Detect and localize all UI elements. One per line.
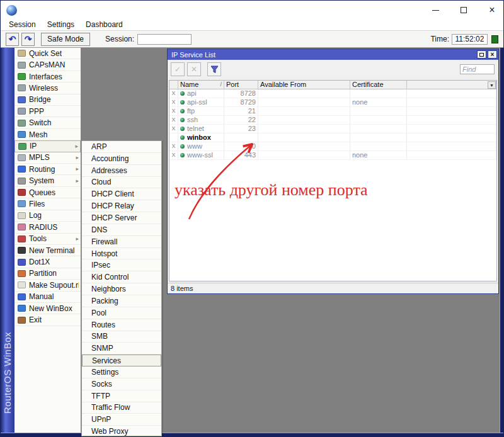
sidebar-item-icon — [18, 259, 26, 266]
available-from-cell — [258, 125, 350, 133]
maximize-button[interactable] — [459, 1, 469, 20]
sidebar-item[interactable]: Partition — [14, 268, 81, 280]
submenu-item[interactable]: SNMP — [82, 343, 161, 355]
disabled-flag: X — [169, 116, 178, 125]
sidebar-item-label: Routing — [29, 165, 55, 174]
submenu-item[interactable]: DHCP Server — [82, 212, 161, 224]
sidebar-item-icon — [18, 305, 26, 312]
sidebar-item[interactable]: Tools ▸ — [14, 234, 81, 245]
service-window-titlebar[interactable]: IP Service List × — [168, 49, 498, 60]
sidebar-item[interactable]: Log — [14, 210, 81, 222]
submenu-item[interactable]: TFTP — [82, 390, 161, 402]
submenu-item[interactable]: Socks — [82, 378, 161, 390]
disabled-flag: X — [169, 125, 178, 133]
submenu-item[interactable]: Hotspot — [82, 248, 161, 260]
sidebar-item[interactable]: New WinBox — [14, 303, 81, 314]
submenu-item-label: ARP — [91, 142, 107, 151]
submenu-item[interactable]: SMB — [82, 331, 161, 343]
sidebar-item[interactable]: Switch — [14, 117, 81, 128]
sidebar-item[interactable]: Exit — [14, 314, 81, 326]
sidebar-item[interactable]: Interfaces — [14, 71, 81, 82]
session-input[interactable] — [137, 34, 192, 45]
flags-column-header[interactable] — [169, 81, 178, 89]
submenu-item[interactable]: Routes — [82, 319, 161, 331]
submenu-item[interactable]: DHCP Client — [82, 188, 161, 200]
sidebar-item-label: Files — [29, 200, 45, 208]
table-row[interactable]: X www-ssl 443 none — [169, 151, 496, 160]
service-window-maximize-button[interactable] — [477, 50, 486, 59]
sidebar-item[interactable]: Files — [14, 198, 81, 210]
submenu-item[interactable]: UPnP — [82, 414, 161, 426]
sidebar-item[interactable]: Wireless — [14, 82, 81, 94]
submenu-item[interactable]: IPsec — [82, 259, 161, 271]
find-input[interactable] — [460, 64, 495, 74]
sidebar-item[interactable]: IP ▸ — [14, 140, 81, 152]
submenu-item[interactable]: Firewall — [82, 236, 161, 248]
sidebar-item[interactable]: PPP — [14, 106, 81, 117]
submenu-item[interactable]: Packing — [82, 295, 161, 307]
service-window-close-button[interactable]: × — [488, 50, 497, 59]
submenu-item[interactable]: Neighbors — [82, 283, 161, 295]
menu-item[interactable]: Session — [3, 20, 42, 30]
submenu-item[interactable]: DNS — [82, 224, 161, 236]
disable-service-button[interactable]: ✕ — [187, 62, 201, 76]
sidebar-item[interactable]: Quick Set — [14, 48, 81, 59]
sidebar-item[interactable]: Mesh — [14, 129, 81, 140]
submenu-item[interactable]: Accounting — [82, 153, 161, 165]
table-row[interactable]: X ssh 22 — [169, 116, 496, 125]
safe-mode-button[interactable]: Safe Mode — [41, 33, 90, 46]
column-select-button[interactable]: ▼ — [488, 81, 496, 89]
undo-button[interactable]: ↶ — [6, 33, 19, 46]
submenu-item[interactable]: Settings — [82, 366, 161, 378]
sidebar-item-icon — [18, 247, 26, 254]
sidebar-item[interactable]: Make Supout.rif — [14, 280, 81, 291]
submenu-item[interactable]: Kid Control — [82, 271, 161, 283]
enable-service-button[interactable]: ✓ — [171, 62, 185, 76]
sidebar-item[interactable]: New Terminal — [14, 245, 81, 256]
submenu-item[interactable]: Addresses — [82, 165, 161, 177]
table-row[interactable]: X api-ssl 8729 none — [169, 98, 496, 107]
chevron-down-icon: ▼ — [490, 81, 494, 89]
port-column-header[interactable]: Port — [224, 81, 258, 89]
sidebar-item[interactable]: CAPsMAN — [14, 59, 81, 71]
menu-item[interactable]: Settings — [42, 20, 80, 30]
submenu-item[interactable]: Pool — [82, 307, 161, 319]
table-row[interactable]: X www 80 — [169, 142, 496, 151]
table-row[interactable]: winbox — [169, 133, 496, 142]
table-row[interactable]: X ftp 21 — [169, 107, 496, 116]
service-name: ssh — [187, 116, 198, 124]
filler-cell — [407, 116, 496, 125]
submenu-item[interactable]: Services — [82, 355, 161, 366]
sidebar-item[interactable]: System ▸ — [14, 175, 81, 186]
sidebar-item[interactable]: Dot1X — [14, 256, 81, 268]
certificate-column-header[interactable]: Certificate — [350, 81, 407, 89]
sidebar-item-icon — [18, 293, 26, 300]
filter-button[interactable] — [207, 62, 221, 76]
close-button[interactable]: × — [487, 1, 497, 20]
sidebar-item-icon — [18, 84, 26, 91]
window-controls: × — [430, 1, 497, 20]
service-dot-icon — [180, 91, 185, 96]
name-column-header[interactable]: Name / — [178, 81, 224, 89]
table-row[interactable]: X api 8728 — [169, 89, 496, 98]
sidebar-item[interactable]: RADIUS — [14, 222, 81, 233]
sidebar-item-label: Bridge — [29, 95, 51, 104]
sidebar-item[interactable]: Routing ▸ — [14, 164, 81, 175]
submenu-arrow-icon: ▸ — [76, 236, 79, 242]
sidebar-item[interactable]: Manual — [14, 292, 81, 303]
sidebar-item[interactable]: Bridge — [14, 94, 81, 106]
submenu-item[interactable]: Traffic Flow — [82, 402, 161, 414]
redo-button[interactable]: ↷ — [21, 33, 35, 46]
submenu-item[interactable]: ARP — [82, 141, 161, 153]
service-name: api — [187, 89, 197, 98]
minimize-button[interactable] — [430, 1, 440, 20]
table-row[interactable]: X telnet 23 — [169, 125, 496, 133]
submenu-item[interactable]: Cloud — [82, 177, 161, 189]
sidebar-item-icon — [18, 62, 26, 69]
sidebar-item[interactable]: Queues — [14, 187, 81, 198]
submenu-item[interactable]: DHCP Relay — [82, 200, 161, 212]
menu-item[interactable]: Dashboard — [80, 20, 129, 30]
available-from-column-header[interactable]: Available From — [258, 81, 350, 89]
submenu-item[interactable]: Web Proxy — [82, 426, 161, 436]
sidebar-item[interactable]: MPLS ▸ — [14, 152, 81, 164]
